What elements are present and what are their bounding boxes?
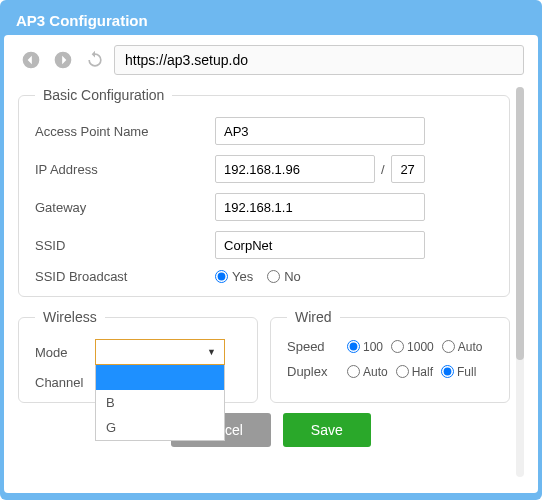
speed-auto-label: Auto — [458, 340, 483, 354]
wired-legend: Wired — [287, 309, 340, 325]
mode-label: Mode — [35, 345, 95, 360]
broadcast-no-radio[interactable] — [267, 270, 280, 283]
basic-config-group: Basic Configuration Access Point Name IP… — [18, 87, 510, 297]
speed-100-label: 100 — [363, 340, 383, 354]
duplex-auto[interactable]: Auto — [347, 365, 388, 379]
basic-legend: Basic Configuration — [35, 87, 172, 103]
duplex-half[interactable]: Half — [396, 365, 433, 379]
speed-label: Speed — [287, 339, 347, 354]
speed-100-radio[interactable] — [347, 340, 360, 353]
mode-dropdown-list: B G — [95, 365, 225, 441]
speed-100[interactable]: 100 — [347, 340, 383, 354]
speed-auto[interactable]: Auto — [442, 340, 483, 354]
wireless-group: Wireless Mode B G Chan — [18, 309, 258, 403]
ap-name-input[interactable] — [215, 117, 425, 145]
ap-name-label: Access Point Name — [35, 124, 215, 139]
refresh-icon — [85, 50, 105, 70]
back-button[interactable] — [18, 47, 44, 73]
duplex-full[interactable]: Full — [441, 365, 476, 379]
speed-1000[interactable]: 1000 — [391, 340, 434, 354]
duplex-auto-label: Auto — [363, 365, 388, 379]
duplex-auto-radio[interactable] — [347, 365, 360, 378]
duplex-half-label: Half — [412, 365, 433, 379]
refresh-button[interactable] — [82, 47, 108, 73]
wireless-legend: Wireless — [35, 309, 105, 325]
cidr-input[interactable] — [391, 155, 425, 183]
ip-label: IP Address — [35, 162, 215, 177]
duplex-half-radio[interactable] — [396, 365, 409, 378]
speed-1000-radio[interactable] — [391, 340, 404, 353]
scrollbar-thumb[interactable] — [516, 87, 524, 360]
save-button[interactable]: Save — [283, 413, 371, 447]
mode-dropdown-button[interactable] — [95, 339, 225, 365]
duplex-full-label: Full — [457, 365, 476, 379]
mode-dropdown[interactable]: B G — [95, 339, 225, 365]
speed-auto-radio[interactable] — [442, 340, 455, 353]
nav-bar — [18, 45, 524, 75]
broadcast-label: SSID Broadcast — [35, 269, 215, 284]
ssid-label: SSID — [35, 238, 215, 253]
arrow-left-icon — [21, 50, 41, 70]
mode-option-b[interactable]: B — [96, 390, 224, 415]
arrow-right-icon — [53, 50, 73, 70]
wired-group: Wired Speed 100 1000 Auto Duplex Auto — [270, 309, 510, 403]
app-window: AP3 Configuration Basic Configuration Ac… — [0, 0, 542, 500]
mode-option-blank[interactable] — [96, 365, 224, 390]
gateway-label: Gateway — [35, 200, 215, 215]
scrollbar-track[interactable] — [516, 87, 524, 477]
broadcast-yes[interactable]: Yes — [215, 269, 253, 284]
forward-button[interactable] — [50, 47, 76, 73]
window-title: AP3 Configuration — [4, 4, 538, 35]
cidr-slash: / — [381, 162, 385, 177]
ip-input[interactable] — [215, 155, 375, 183]
duplex-label: Duplex — [287, 364, 347, 379]
mode-option-g[interactable]: G — [96, 415, 224, 440]
broadcast-yes-label: Yes — [232, 269, 253, 284]
broadcast-no[interactable]: No — [267, 269, 301, 284]
gateway-input[interactable] — [215, 193, 425, 221]
speed-1000-label: 1000 — [407, 340, 434, 354]
broadcast-yes-radio[interactable] — [215, 270, 228, 283]
button-row: Cancel Save — [18, 413, 524, 447]
ssid-input[interactable] — [215, 231, 425, 259]
window-body: Basic Configuration Access Point Name IP… — [4, 35, 538, 493]
broadcast-no-label: No — [284, 269, 301, 284]
url-input[interactable] — [114, 45, 524, 75]
channel-label: Channel — [35, 375, 95, 390]
duplex-full-radio[interactable] — [441, 365, 454, 378]
content-area: Basic Configuration Access Point Name IP… — [18, 87, 524, 477]
